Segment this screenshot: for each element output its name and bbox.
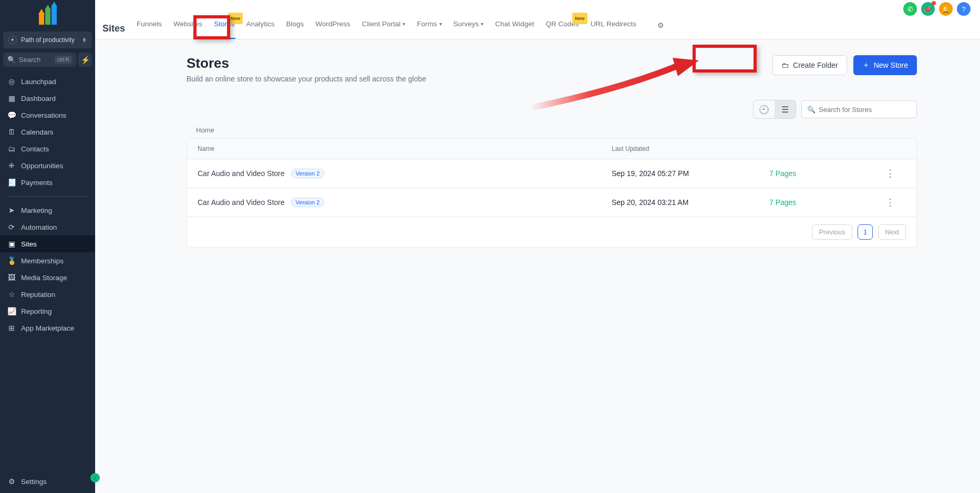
search-kbd: ctrl K bbox=[55, 56, 72, 64]
tab-analytics[interactable]: Analytics bbox=[245, 19, 275, 39]
chat-icon: 💬 bbox=[7, 111, 16, 119]
topbar: ✆ 📣 🔔 ? Sites Funnels Websites StoresNew… bbox=[95, 0, 980, 39]
medal-icon: 🏅 bbox=[7, 256, 16, 265]
column-updated: Last Updated bbox=[612, 145, 769, 152]
tab-client-portal[interactable]: Client Portal▾ bbox=[361, 19, 407, 39]
store-search[interactable]: 🔍 bbox=[801, 100, 917, 118]
tab-label: Client Portal bbox=[362, 19, 401, 29]
tab-settings[interactable]: ⚙ bbox=[657, 21, 664, 39]
sidebar-item-label: Automation bbox=[21, 223, 57, 231]
pages-link[interactable]: 7 Pages bbox=[769, 198, 874, 207]
tab-stores[interactable]: StoresNew bbox=[213, 19, 235, 39]
sidebar-item-sites[interactable]: ▣Sites bbox=[0, 235, 95, 252]
tab-label: Funnels bbox=[137, 19, 162, 29]
breadcrumb[interactable]: Home bbox=[187, 126, 917, 134]
help-button[interactable]: ? bbox=[957, 2, 971, 16]
sidebar-item-settings[interactable]: ⚙Settings bbox=[0, 470, 95, 493]
quick-action-button[interactable]: ⚡ bbox=[78, 53, 92, 67]
sidebar: ✦ Path of productivity ▲▼ 🔍 Search ctrl … bbox=[0, 0, 95, 493]
tab-label: Surveys bbox=[453, 19, 479, 29]
store-name: Car Audio and Video Store bbox=[198, 169, 285, 178]
tab-url-redirects[interactable]: URL Redirects bbox=[590, 19, 637, 39]
tab-label: URL Redirects bbox=[591, 19, 636, 29]
create-folder-button[interactable]: 🗀 Create Folder bbox=[772, 55, 847, 75]
sidebar-item-label: Marketing bbox=[21, 207, 52, 214]
opportunities-icon: ⁜ bbox=[7, 161, 16, 170]
sidebar-item-marketplace[interactable]: ⊞App Marketplace bbox=[0, 320, 95, 336]
sidebar-item-automation[interactable]: ⟳Automation bbox=[0, 219, 95, 235]
rocket-icon: ◎ bbox=[7, 77, 16, 86]
row-menu-button[interactable]: ⋮ bbox=[874, 168, 906, 179]
sidebar-item-label: Opportunities bbox=[21, 162, 63, 170]
pages-link[interactable]: 7 Pages bbox=[769, 169, 874, 178]
sidebar-search[interactable]: 🔍 Search ctrl K bbox=[3, 53, 76, 67]
tab-label: WordPress bbox=[315, 19, 350, 29]
sidebar-item-payments[interactable]: 🧾Payments bbox=[0, 174, 95, 191]
row-menu-button[interactable]: ⋮ bbox=[874, 197, 906, 208]
folder-plus-icon: 🗀 bbox=[781, 61, 789, 69]
tab-blogs[interactable]: Blogs bbox=[285, 19, 305, 39]
phone-button[interactable]: ✆ bbox=[903, 2, 917, 16]
tab-websites[interactable]: Websites bbox=[172, 19, 203, 39]
collapse-sidebar-button[interactable]: ‹ bbox=[90, 473, 100, 482]
chevron-down-icon: ▾ bbox=[403, 19, 405, 29]
table-row[interactable]: Car Audio and Video Store Version 2 Sep … bbox=[187, 188, 916, 217]
tab-label: Forms bbox=[417, 19, 437, 29]
account-switcher[interactable]: ✦ Path of productivity ▲▼ bbox=[3, 32, 92, 48]
store-search-input[interactable] bbox=[819, 106, 911, 114]
tab-forms[interactable]: Forms▾ bbox=[416, 19, 442, 39]
sidebar-item-label: Media Storage bbox=[21, 274, 67, 282]
sidebar-item-dashboard[interactable]: ▦Dashboard bbox=[0, 90, 95, 107]
sidebar-item-reporting[interactable]: 📈Reporting bbox=[0, 303, 95, 320]
sidebar-item-label: Conversations bbox=[21, 111, 66, 119]
chevron-down-icon: ▾ bbox=[439, 19, 442, 29]
button-label: Create Folder bbox=[793, 61, 838, 69]
image-icon: 🖼 bbox=[7, 273, 16, 282]
main-content: Stores Build an online store to showcase… bbox=[95, 39, 980, 493]
version-badge: Version 2 bbox=[291, 198, 325, 207]
sidebar-item-label: Dashboard bbox=[21, 95, 56, 102]
sidebar-item-contacts[interactable]: 🗂Contacts bbox=[0, 140, 95, 157]
calendar-icon: 🗓 bbox=[7, 128, 16, 136]
sidebar-item-reputation[interactable]: ☆Reputation bbox=[0, 286, 95, 303]
automation-icon: ⟳ bbox=[7, 223, 16, 231]
send-icon: ➤ bbox=[7, 206, 16, 214]
sidebar-item-opportunities[interactable]: ⁜Opportunities bbox=[0, 157, 95, 174]
tab-chat-widget[interactable]: Chat Widget bbox=[494, 19, 535, 39]
account-icon: ✦ bbox=[8, 36, 17, 44]
sidebar-item-label: Payments bbox=[21, 179, 53, 187]
new-badge: New bbox=[228, 13, 243, 24]
pager-page-number[interactable]: 1 bbox=[858, 224, 873, 240]
tab-surveys[interactable]: Surveys▾ bbox=[452, 19, 485, 39]
sidebar-item-label: Launchpad bbox=[21, 78, 56, 86]
sidebar-item-launchpad[interactable]: ◎Launchpad bbox=[0, 73, 95, 90]
bolt-icon: ⚡ bbox=[81, 56, 90, 64]
tab-wordpress[interactable]: WordPress bbox=[314, 19, 352, 39]
sidebar-item-conversations[interactable]: 💬Conversations bbox=[0, 107, 95, 124]
search-icon: 🔍 bbox=[807, 106, 816, 114]
notification-dot bbox=[932, 1, 936, 5]
tab-funnels[interactable]: Funnels bbox=[136, 19, 163, 39]
page-title: Stores bbox=[187, 55, 426, 71]
view-recent-button[interactable]: 🕘 bbox=[754, 100, 775, 118]
sidebar-item-marketing[interactable]: ➤Marketing bbox=[0, 202, 95, 219]
store-name: Car Audio and Video Store bbox=[198, 198, 285, 207]
sidebar-item-memberships[interactable]: 🏅Memberships bbox=[0, 252, 95, 269]
breadcrumb-item: Home bbox=[196, 126, 214, 134]
sidebar-item-calendars[interactable]: 🗓Calendars bbox=[0, 124, 95, 140]
new-store-button[interactable]: ＋ New Store bbox=[853, 55, 917, 75]
search-placeholder: Search bbox=[19, 56, 40, 64]
pager-previous-button[interactable]: Previous bbox=[812, 224, 852, 240]
chevron-updown-icon: ▲▼ bbox=[82, 37, 87, 43]
pager-next-button[interactable]: Next bbox=[878, 224, 906, 240]
new-badge: New bbox=[572, 13, 587, 24]
view-list-button[interactable]: ☰ bbox=[775, 100, 796, 118]
list-icon: ☰ bbox=[781, 105, 789, 115]
column-name: Name bbox=[198, 145, 612, 152]
announce-button[interactable]: 📣 bbox=[921, 2, 935, 16]
sidebar-item-media[interactable]: 🖼Media Storage bbox=[0, 269, 95, 286]
notifications-button[interactable]: 🔔 bbox=[939, 2, 953, 16]
tab-qr-codes[interactable]: QR CodesNew bbox=[545, 19, 580, 39]
chevron-left-icon: ‹ bbox=[94, 475, 96, 481]
table-row[interactable]: Car Audio and Video Store Version 2 Sep … bbox=[187, 159, 916, 188]
